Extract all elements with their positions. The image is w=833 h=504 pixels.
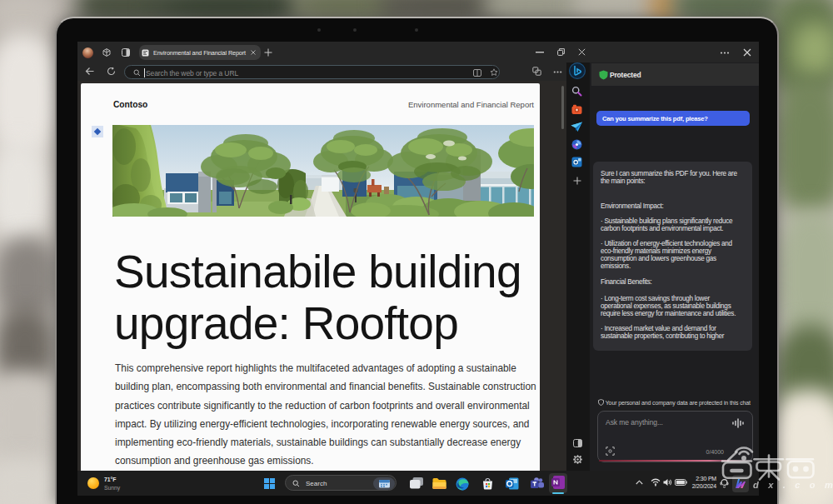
svg-text:d x . c o m: d x . c o m — [753, 480, 833, 490]
